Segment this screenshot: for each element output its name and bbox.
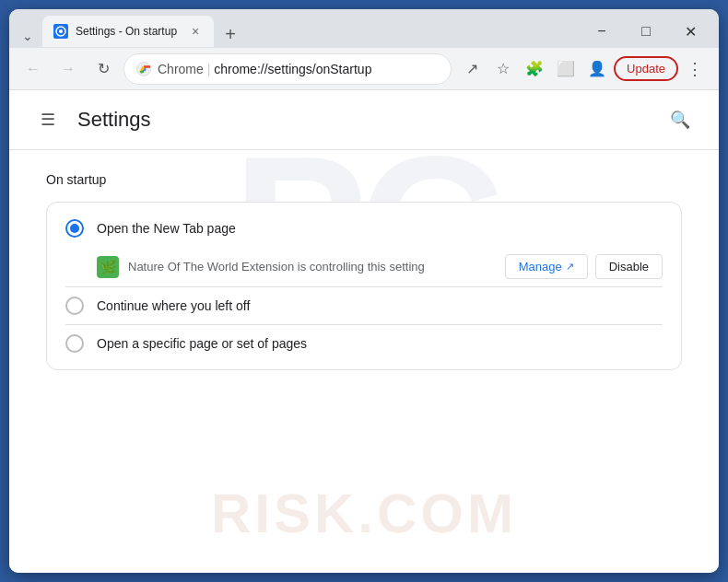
settings-header: ☰ Settings 🔍: [9, 90, 719, 150]
radio-new-tab[interactable]: [65, 219, 84, 238]
browser-window: ⌄ Settings - On startup × + − □: [9, 9, 719, 573]
external-link-icon: ↗: [566, 261, 574, 273]
extension-actions: Manage ↗ Disable: [505, 254, 663, 279]
reload-button[interactable]: ↻: [88, 54, 118, 84]
window-controls: − □ ✕: [581, 17, 711, 46]
radio-specific-page[interactable]: [65, 334, 84, 353]
watermark-risk-text: RISK.COM: [211, 482, 517, 545]
option-new-tab-label: Open the New Tab page: [97, 221, 663, 236]
extension-icon: 🌿: [97, 256, 119, 278]
radio-continue[interactable]: [65, 297, 84, 315]
site-icon: [135, 61, 152, 77]
side-panel-button[interactable]: ⬜: [551, 54, 581, 84]
bookmark-button[interactable]: ☆: [488, 54, 518, 84]
tab-favicon: [53, 24, 68, 39]
chrome-menu-button[interactable]: ⋮: [680, 54, 710, 84]
tab-list-button[interactable]: ⌄: [17, 25, 39, 47]
puzzle-icon: 🧩: [525, 60, 544, 77]
address-separator: |: [204, 62, 214, 76]
profile-icon: 👤: [588, 60, 606, 77]
settings-search-button[interactable]: 🔍: [663, 103, 697, 136]
address-text: Chrome | chrome://settings/onStartup: [158, 62, 440, 76]
title-bar: ⌄ Settings - On startup × + − □: [9, 9, 719, 48]
share-button[interactable]: ↗: [457, 54, 487, 84]
hamburger-menu-button[interactable]: ☰: [31, 103, 65, 136]
toolbar-actions: ↗ ☆ 🧩 ⬜ 👤 Update ⋮: [457, 54, 710, 84]
back-arrow-icon: ←: [26, 61, 41, 77]
extensions-button[interactable]: 🧩: [520, 54, 549, 84]
startup-options-card: Open the New Tab page 🌿 Nature Of The Wo…: [46, 202, 682, 370]
startup-section: On startup Open the New Tab page 🌿 Natur…: [9, 150, 719, 392]
new-tab-button[interactable]: +: [217, 21, 243, 47]
extension-control-row: 🌿 Nature Of The World Extension is contr…: [47, 247, 681, 286]
forward-arrow-icon: →: [61, 61, 76, 77]
page-title: Settings: [77, 108, 663, 132]
maximize-button[interactable]: □: [625, 17, 667, 46]
list-item[interactable]: Open a specific page or set of pages: [47, 325, 681, 362]
hamburger-icon: ☰: [41, 110, 55, 130]
active-tab[interactable]: Settings - On startup ×: [42, 16, 214, 47]
disable-button[interactable]: Disable: [595, 254, 663, 279]
minimize-button[interactable]: −: [581, 17, 623, 46]
section-title: On startup: [46, 172, 682, 187]
update-button[interactable]: Update: [614, 56, 678, 81]
extension-text: Nature Of The World Extension is control…: [128, 260, 496, 274]
tabs-area: ⌄ Settings - On startup × +: [17, 16, 581, 47]
share-icon: ↗: [466, 60, 478, 77]
manage-button[interactable]: Manage ↗: [505, 254, 588, 279]
page-content: PC RISK.COM ☰ Settings 🔍 On startup: [9, 90, 719, 573]
reload-icon: ↻: [98, 60, 110, 77]
profile-button[interactable]: 👤: [582, 54, 612, 84]
svg-point-1: [59, 29, 63, 33]
side-panel-icon: ⬜: [557, 60, 575, 77]
radio-selected-indicator: [70, 224, 79, 233]
back-button[interactable]: ←: [18, 54, 48, 84]
tab-title: Settings - On startup: [76, 25, 177, 38]
bookmark-icon: ☆: [497, 60, 510, 77]
toolbar: ← → ↻ Chrome | chrome://settings/onStart…: [9, 48, 719, 90]
list-item[interactable]: Open the New Tab page: [47, 210, 681, 247]
option-specific-page-label: Open a specific page or set of pages: [97, 336, 663, 351]
more-options-icon: ⋮: [687, 59, 703, 79]
close-button[interactable]: ✕: [669, 17, 711, 46]
address-path: chrome://settings/onStartup: [214, 62, 371, 76]
option-continue-label: Continue where you left off: [97, 298, 663, 313]
search-icon: 🔍: [670, 110, 690, 130]
list-item[interactable]: Continue where you left off: [47, 287, 681, 324]
chrome-label: Chrome: [158, 62, 204, 76]
tab-close-button[interactable]: ×: [188, 24, 203, 39]
forward-button[interactable]: →: [53, 54, 83, 84]
address-bar[interactable]: Chrome | chrome://settings/onStartup: [123, 53, 452, 85]
